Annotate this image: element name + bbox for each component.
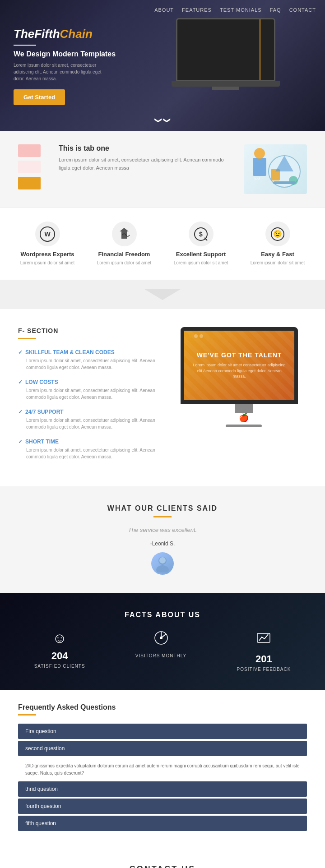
features-row: W Wordpress Experts Lorem ipsum dolor si…	[0, 208, 325, 280]
brand-chain: Chain	[60, 27, 93, 41]
testimonials-title: WHAT OUR CLIENTS SAID	[9, 504, 316, 512]
faq-item-1[interactable]: Firs question	[18, 724, 307, 739]
brand-the: The	[14, 27, 34, 41]
feature-fast-desc: Lorem ipsum dolor sit amet	[251, 260, 305, 266]
arrow-separator	[0, 280, 325, 309]
feature-financial: Financial Freedom Lorem ipsum dolor sit …	[90, 222, 158, 266]
tabs-content: This is tab one Lorem ipsum dolor sit am…	[59, 144, 230, 172]
f-item-1-title: SKILLFUL TEAM & CLEAN CODES	[18, 349, 167, 356]
f-section-left: F- SECTION SKILLFUL TEAM & CLEAN CODES L…	[18, 327, 167, 468]
f-item-4: SHORT TIME Lorem ipsum dolor sit amet, c…	[18, 439, 167, 460]
svg-point-18	[160, 637, 162, 639]
f-section-monitor: WE'VE GOT THE TALENT Lorem ipsum dolor s…	[181, 327, 307, 427]
hero-laptop-image	[162, 18, 289, 99]
faq-answer: 2#Dignissimos expedita voluptatum doloru…	[18, 758, 307, 781]
f-section: F- SECTION SKILLFUL TEAM & CLEAN CODES L…	[0, 309, 325, 486]
fact-feedback-icon	[237, 630, 291, 650]
testimonial-quote: The service was excellent.	[9, 526, 316, 533]
monitor-screen: WE'VE GOT THE TALENT Lorem ipsum dolor s…	[181, 327, 298, 404]
main-nav: ABOUT FEATURES TESTIMONIALS FAQ CONTACT	[145, 0, 325, 20]
fast-icon: 😉	[265, 222, 290, 246]
tabs-section: This is tab one Lorem ipsum dolor sit am…	[0, 131, 325, 208]
hero-tagline: We Design Modern Templates	[14, 50, 116, 58]
svg-point-15	[156, 565, 169, 573]
tab-indicator-2[interactable]	[18, 161, 41, 173]
fact-clients-number: 204	[34, 650, 85, 662]
feature-support-desc: Lorem ipsum dolor sit amet	[174, 260, 228, 266]
svg-point-2	[254, 148, 265, 159]
scroll-down-icon[interactable]: ❯ ❯	[155, 115, 170, 124]
nav-faq[interactable]: FAQ	[270, 7, 281, 13]
feature-fast-title: Easy & Fast	[261, 251, 294, 258]
testimonial-avatar	[151, 552, 174, 575]
svg-text:😉: 😉	[273, 230, 282, 238]
tabs-illustration: tool	[244, 144, 307, 194]
facts-row: ☺ 204 SATISFIED CLIENTS VISITORS MONTHLY	[9, 630, 316, 672]
tabs-description: Lorem ipsum dolor sit amet, consectetuer…	[59, 156, 230, 172]
contact-section: CONTACT US SEND	[0, 846, 325, 868]
faq-section: Frequently Asked Questions Firs question…	[0, 690, 325, 846]
hero-content: TheFifthChain We Design Modern Templates…	[14, 27, 116, 105]
feature-wordpress-desc: Lorem ipsum dolor sit amet	[20, 260, 75, 266]
f-section-label: F- SECTION	[18, 327, 167, 334]
brand-fifth: Fifth	[34, 27, 60, 41]
contact-title: CONTACT US	[36, 864, 289, 868]
faq-item-4[interactable]: fourth question	[18, 799, 307, 814]
brand-logo: TheFifthChain	[14, 27, 116, 41]
nav-testimonials[interactable]: TESTIMONIALS	[220, 7, 262, 13]
support-icon: $	[189, 222, 214, 246]
monitor-headline: WE'VE GOT THE TALENT	[197, 351, 282, 359]
faq-title: Frequently Asked Questions	[18, 703, 307, 711]
tabs-title: This is tab one	[59, 144, 230, 152]
fact-clients-label: SATISFIED CLIENTS	[34, 664, 85, 669]
tab-indicator-3[interactable]	[18, 177, 41, 189]
get-started-button[interactable]: Get Started	[14, 89, 65, 105]
fact-visitors-label: VISITORS MONTHLY	[135, 653, 186, 658]
tabs-sidebar	[18, 144, 45, 189]
fact-feedback-number: 201	[237, 653, 291, 665]
faq-item-5[interactable]: fifth question	[18, 816, 307, 831]
fact-feedback: 201 POSITIVE FEEDBACK	[237, 630, 291, 672]
wordpress-icon: W	[35, 222, 60, 246]
facts-title: FACTS ABOUT US	[9, 611, 316, 619]
hero-underline	[14, 45, 36, 46]
arrow-down-icon	[144, 289, 181, 300]
f-section-underline	[18, 338, 36, 339]
svg-rect-1	[253, 158, 266, 176]
fact-visitors: VISITORS MONTHLY	[135, 630, 186, 672]
f-item-4-title: SHORT TIME	[18, 439, 167, 445]
f-item-2: LOW COSTS Lorem ipsum dolor sit amet, co…	[18, 379, 167, 401]
monitor-base	[226, 425, 262, 427]
f-item-1-desc: Lorem ipsum dolor sit amet, consectetuer…	[18, 357, 167, 371]
feature-support: $ Excellent Support Lorem ipsum dolor si…	[167, 222, 235, 266]
svg-point-16	[159, 557, 166, 563]
fact-visitors-icon	[135, 630, 186, 650]
feature-wordpress: W Wordpress Experts Lorem ipsum dolor si…	[14, 222, 81, 266]
testimonials-underline	[153, 516, 172, 517]
f-item-4-desc: Lorem ipsum dolor sit amet, consectetuer…	[18, 447, 167, 460]
monitor-neck	[235, 404, 253, 413]
feature-financial-title: Financial Freedom	[98, 251, 150, 258]
nav-about[interactable]: ABOUT	[154, 7, 174, 13]
faq-item-2[interactable]: second question	[18, 741, 307, 756]
hero-section: ABOUT FEATURES TESTIMONIALS FAQ CONTACT …	[0, 0, 325, 131]
svg-rect-6	[273, 181, 296, 184]
f-item-2-desc: Lorem ipsum dolor sit amet, consectetuer…	[18, 387, 167, 401]
nav-features[interactable]: FEATURES	[182, 7, 212, 13]
monitor-subtext: Lorem ipsum dolor sit amet consectetuer …	[191, 362, 287, 379]
tab-indicator-1[interactable]	[18, 144, 41, 157]
faq-underline	[18, 714, 36, 716]
faq-item-3[interactable]: thrid question	[18, 781, 307, 797]
svg-text:W: W	[44, 231, 51, 238]
nav-contact[interactable]: CONTACT	[289, 7, 316, 13]
testimonial-author: -Leonid S.	[9, 540, 316, 547]
feature-support-title: Excellent Support	[176, 251, 226, 258]
f-item-3-title: 24/7 SUPPORT	[18, 409, 167, 415]
monitor: WE'VE GOT THE TALENT Lorem ipsum dolor s…	[181, 327, 307, 427]
f-item-1: SKILLFUL TEAM & CLEAN CODES Lorem ipsum …	[18, 349, 167, 371]
f-item-3: 24/7 SUPPORT Lorem ipsum dolor sit amet,…	[18, 409, 167, 430]
hero-description: Lorem ipsum dolor sit amet, consectetuer…	[14, 62, 113, 82]
feature-financial-desc: Lorem ipsum dolor sit amet	[97, 260, 152, 266]
feature-fast: 😉 Easy & Fast Lorem ipsum dolor sit amet	[244, 222, 311, 266]
fact-clients: ☺ 204 SATISFIED CLIENTS	[34, 630, 85, 672]
